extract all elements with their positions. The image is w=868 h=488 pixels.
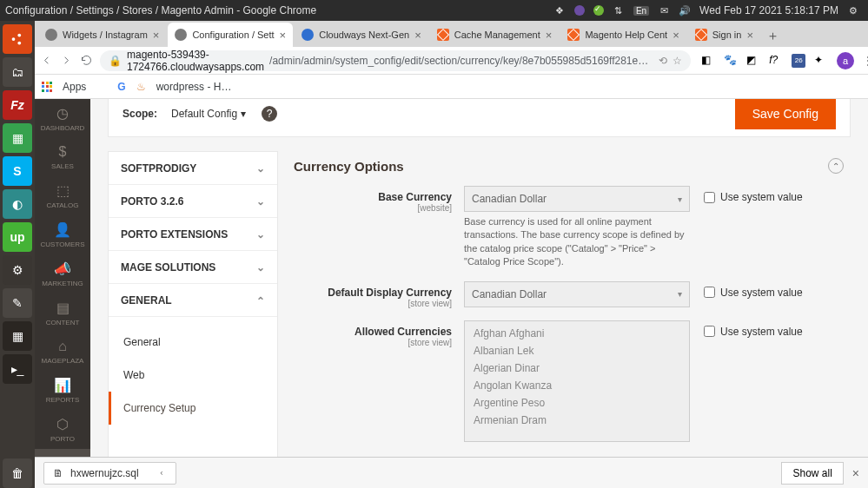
currency-option[interactable]: Argentine Peso [465,394,689,412]
sidebar-item-porto[interactable]: ⬡PORTO [35,410,90,449]
app-misc-icon[interactable]: ▦ [3,321,32,351]
bookmark-item[interactable]: wordpress - H… [156,81,232,93]
app-teal-icon[interactable]: ◐ [3,189,32,219]
currency-option[interactable]: Algerian Dinar [465,359,689,377]
extension-icon[interactable]: ◧ [701,54,715,68]
scope-select[interactable]: Default Config▾ [171,108,246,120]
collapse-icon[interactable]: ⌃ [828,158,844,174]
browser-tab[interactable]: Configuration / Sett× [168,23,293,47]
skype-icon[interactable]: S [3,156,32,186]
terminal-icon[interactable]: ▸_ [3,354,32,384]
use-system-value[interactable]: Use system value [704,281,803,299]
config-tab[interactable]: PORTO 3.2.6⌄ [109,185,277,218]
sidebar-item-marketing[interactable]: 📣MARKETING [35,254,90,293]
extension-icon[interactable]: 🐾 [724,54,738,68]
close-icon[interactable]: × [673,29,679,42]
browser-tab[interactable]: Magento Help Cent× [560,23,686,47]
text-editor-icon[interactable]: ✎ [3,288,32,318]
volume-icon[interactable]: 🔊 [679,4,691,16]
extensions: ◧ 🐾 ◩ f? 26 ✦ a ⋮ [698,52,868,69]
config-tab[interactable]: MAGE SOLUTIONS⌄ [109,251,277,284]
settings-icon[interactable]: ⚙ [3,255,32,285]
use-system-value[interactable]: Use system value [704,320,803,338]
use-system-checkbox[interactable] [704,326,715,337]
upwork-icon[interactable]: up [3,222,32,252]
close-icon[interactable]: × [280,29,287,42]
dashboard-icon: ◷ [56,105,69,122]
config-tab[interactable]: SOFTPRODIGY⌄ [109,152,277,185]
extension-icon[interactable]: ◩ [746,54,760,68]
extension-icon[interactable]: ✦ [814,54,828,68]
apps-label[interactable]: Apps [63,81,86,93]
use-system-checkbox[interactable] [704,287,715,298]
download-item[interactable]: 🗎 hxwernujzc.sql ⌃ [43,462,176,485]
currency-option[interactable]: Afghan Afghani [465,325,689,342]
close-icon[interactable]: × [746,29,753,42]
extension-icon[interactable]: 26 [792,54,805,68]
use-system-value[interactable]: Use system value [704,186,803,203]
sidebar-item-content[interactable]: ▤CONTENT [35,293,90,333]
reload-button[interactable] [80,54,93,68]
config-subtab[interactable]: Web [109,359,277,392]
browser-tab[interactable]: Cloudways Next-Gen× [295,23,428,47]
sidebar-item-customers[interactable]: 👤CUSTOMERS [35,215,90,254]
extension-icon[interactable]: f? [769,54,783,68]
field-note: Base currency is used for all online pay… [464,215,686,269]
base-currency-select[interactable]: Canadian Dollar▾ [464,186,690,212]
keyboard-layout[interactable]: En [633,6,649,16]
allowed-currencies-multiselect[interactable]: Afghan Afghani Albanian Lek Algerian Din… [464,320,690,442]
link-icon[interactable]: ⟲ [659,55,667,67]
browser-tab[interactable]: Widgets / Instagram× [38,23,166,47]
star-icon[interactable]: ☆ [673,55,682,67]
config-subtab[interactable]: Currency Setup [109,392,277,425]
chrome-menu-icon[interactable]: ⋮ [863,55,868,67]
status-ok-icon[interactable] [593,5,604,16]
sidebar-item-reports[interactable]: 📊REPORTS [35,372,90,411]
show-all-downloads[interactable]: Show all [781,462,843,485]
apps-icon[interactable] [42,82,52,92]
help-icon[interactable]: ? [262,106,277,122]
address-bar[interactable]: 🔒 magento-539439-1724766.cloudwaysapps.c… [100,50,691,71]
sidebar-item-mageplaza[interactable]: ⌂MAGEPLAZA [35,333,90,372]
currency-option[interactable]: Albanian Lek [465,342,689,359]
sidebar-item-catalog[interactable]: ⬚CATALOG [35,177,90,216]
bookmark-icon[interactable]: ♨ [136,81,146,93]
forward-button[interactable] [60,54,73,68]
trash-icon[interactable]: 🗑 [3,458,32,488]
currency-option[interactable]: Angolan Kwanza [465,377,689,394]
config-subtab[interactable]: General [109,326,277,359]
close-icon[interactable]: × [852,466,859,480]
close-icon[interactable]: × [546,29,553,42]
clock[interactable]: Wed Feb 17 2021 5:18:17 PM [699,4,838,16]
new-tab-button[interactable]: ＋ [762,24,785,47]
files-icon[interactable]: 🗂 [3,57,32,87]
indicator-icon[interactable] [574,5,585,16]
close-icon[interactable]: × [414,29,421,42]
profile-avatar[interactable]: a [837,52,854,69]
ubuntu-dash-icon[interactable] [3,24,32,54]
field-scope: [store view] [294,299,452,308]
save-config-button[interactable]: Save Config [735,99,836,129]
messages-icon[interactable]: ✉ [658,4,670,16]
filezilla-icon[interactable]: Fz [3,90,32,120]
display-currency-select[interactable]: Canadian Dollar▾ [464,281,690,307]
power-icon[interactable]: ⚙ [847,4,859,16]
config-tab[interactable]: PORTO EXTENSIONS⌄ [109,218,277,251]
google-icon[interactable]: G [117,81,125,93]
chevron-down-icon: ⌄ [256,162,265,175]
sidebar-item-sales[interactable]: $SALES [35,138,90,177]
back-button[interactable] [40,54,53,68]
config-tab[interactable]: GENERAL⌄ [109,284,277,317]
dropbox-icon[interactable]: ❖ [553,4,566,16]
close-icon[interactable]: × [153,29,160,42]
browser-tab[interactable]: Sign in× [688,23,760,47]
app-green-icon[interactable]: ▦ [3,123,32,153]
sidebar-item-dashboard[interactable]: ◷DASHBOARD [35,99,90,138]
use-system-checkbox[interactable] [704,192,715,203]
chevron-up-icon[interactable]: ⌃ [158,470,168,477]
currency-option[interactable]: Armenian Dram [465,412,689,429]
network-icon[interactable]: ⇅ [613,4,625,16]
section-header[interactable]: Currency Options ⌃ [294,153,844,186]
chevron-down-icon: ⌄ [256,195,265,208]
browser-tab[interactable]: Cache Management× [430,23,560,47]
